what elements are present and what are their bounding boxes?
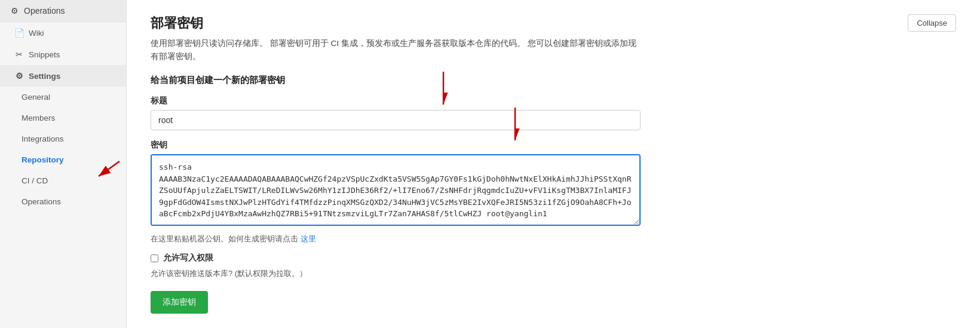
sidebar-item-operations-sub[interactable]: Operations <box>0 191 126 212</box>
key-label: 密钥 <box>151 140 956 151</box>
header-row: 部署密钥 Collapse <box>151 14 956 32</box>
sidebar-item-snippets[interactable]: ✂ Snippets <box>0 44 126 65</box>
sidebar-item-label: Snippets <box>29 50 60 59</box>
repository-label: Repository <box>22 155 64 164</box>
new-key-section-title: 给当前项目创建一个新的部署密钥 <box>151 75 956 86</box>
sidebar-item-ci-cd[interactable]: CI / CD <box>0 170 126 191</box>
snippets-icon: ✂ <box>14 50 24 59</box>
write-permission-checkbox[interactable] <box>151 255 158 262</box>
main-content: 部署密钥 Collapse 使用部署密钥只读访问存储库。 部署密钥可用于 CI … <box>127 0 980 328</box>
sidebar-sub-items: General Members Integrations Repository … <box>0 87 126 212</box>
sidebar: ⚙ Operations 📄 Wiki ✂ Snippets ⚙ Setting… <box>0 0 127 328</box>
sidebar-item-general[interactable]: General <box>0 87 126 108</box>
integrations-label: Integrations <box>22 134 64 143</box>
sidebar-item-operations-top[interactable]: ⚙ Operations <box>0 0 126 22</box>
sidebar-main-items: 📄 Wiki ✂ Snippets ⚙ Settings General Mem… <box>0 22 126 212</box>
ci-cd-label: CI / CD <box>22 176 48 185</box>
collapse-button[interactable]: Collapse <box>908 14 956 32</box>
sidebar-item-integrations[interactable]: Integrations <box>0 128 126 149</box>
title-input[interactable] <box>151 110 641 130</box>
sidebar-item-settings[interactable]: ⚙ Settings <box>0 65 126 87</box>
hint-link[interactable]: 这里 <box>301 234 316 243</box>
key-textarea[interactable]: ssh-rsa AAAAB3NzaC1yc2EAAAADAQABAAABAQCw… <box>151 154 641 226</box>
write-hint: 允许该密钥推送版本库? (默认权限为拉取。） <box>151 268 956 279</box>
sidebar-item-wiki[interactable]: 📄 Wiki <box>0 22 126 44</box>
page-description: 使用部署密钥只读访问存储库。 部署密钥可用于 CI 集成，预发布或生产服务器获取… <box>151 37 641 63</box>
operations-icon: ⚙ <box>10 6 19 16</box>
sidebar-top: ⚙ Operations <box>0 0 126 22</box>
write-permission-label: 允许写入权限 <box>163 253 213 263</box>
write-permission-row: 允许写入权限 <box>151 253 956 263</box>
sidebar-item-repository[interactable]: Repository <box>0 149 126 170</box>
sidebar-item-label: Operations <box>24 6 65 16</box>
hint-text: 在这里粘贴机器公钥。如何生成密钥请点击 这里 <box>151 234 956 244</box>
title-label: 标题 <box>151 96 956 106</box>
general-label: General <box>22 93 50 102</box>
members-label: Members <box>22 114 55 122</box>
settings-icon: ⚙ <box>14 71 24 81</box>
sidebar-item-label: Settings <box>29 72 60 81</box>
operations-sub-label: Operations <box>22 197 61 206</box>
add-key-button[interactable]: 添加密钥 <box>151 291 208 314</box>
sidebar-item-label: Wiki <box>29 29 44 38</box>
wiki-icon: 📄 <box>14 28 24 38</box>
sidebar-item-members[interactable]: Members <box>0 108 126 128</box>
page-title: 部署密钥 <box>151 14 203 32</box>
